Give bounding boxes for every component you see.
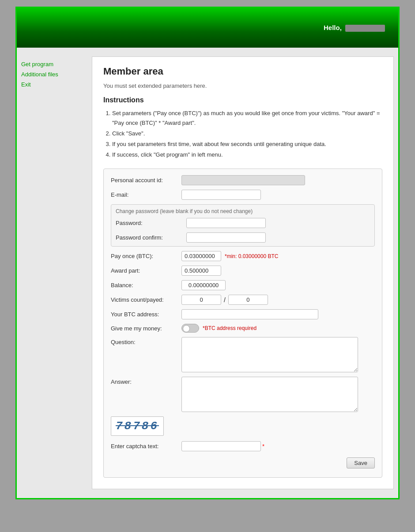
sidebar: Get program Additional files Exit xyxy=(21,56,92,489)
password-group: Change password (leave blank if you do n… xyxy=(111,204,375,247)
give-money-row: Give me my money: *BTC address required xyxy=(111,324,375,333)
btc-address-row: Your BTC address: xyxy=(111,309,375,319)
balance-row: Balance: 0.00000000 xyxy=(111,280,375,290)
password-group-legend: Change password (leave blank if you do n… xyxy=(116,208,370,214)
instructions-list: Set parameters ("Pay once (BTC)") as muc… xyxy=(112,109,382,160)
balance-label: Balance: xyxy=(111,282,181,288)
email-input[interactable] xyxy=(181,190,261,200)
save-button[interactable]: Save xyxy=(347,457,375,468)
password-input[interactable] xyxy=(186,218,266,228)
header-greeting: Hello, xyxy=(324,24,385,32)
victims-label: Victims count/payed: xyxy=(111,296,181,303)
btc-address-input[interactable] xyxy=(181,309,318,319)
captcha-label: Enter captcha text: xyxy=(111,443,181,450)
page-title: Member area xyxy=(103,66,382,77)
save-button-row: Save xyxy=(111,457,375,468)
sidebar-item-get-program[interactable]: Get program xyxy=(21,61,92,67)
balance-value: 0.00000000 xyxy=(181,280,226,290)
pay-once-row: Pay once (BTC): *min: 0.03000000 BTC xyxy=(111,251,375,261)
pay-once-min-note: *min: 0.03000000 BTC xyxy=(225,253,278,259)
password-confirm-label: Password confirm: xyxy=(116,234,186,241)
personal-account-row: Personal account id: xyxy=(111,175,375,185)
question-row: Question: xyxy=(111,337,375,372)
header: Hello, xyxy=(17,8,398,48)
answer-textarea[interactable] xyxy=(181,377,358,412)
intro-text: You must set extended parameters here. xyxy=(103,82,382,89)
password-confirm-row: Password confirm: xyxy=(116,232,370,243)
instructions-title: Instructions xyxy=(103,96,382,104)
personal-account-input[interactable] xyxy=(181,175,305,185)
captcha-image-box: 78786 xyxy=(111,416,164,436)
sidebar-item-exit[interactable]: Exit xyxy=(21,81,92,88)
main-content: Member area You must set extended parame… xyxy=(92,56,394,489)
victims-row: Victims count/payed: / xyxy=(111,295,375,305)
password-row: Password: xyxy=(116,218,370,228)
hello-label: Hello, xyxy=(324,24,342,31)
answer-row: Answer: xyxy=(111,377,375,412)
give-money-label: Give me my money: xyxy=(111,325,181,332)
captcha-display: 78786 xyxy=(116,420,159,433)
settings-form: Personal account id: E-mail: Change pass… xyxy=(103,169,382,478)
award-part-row: Award part: xyxy=(111,266,375,276)
victims-slash: / xyxy=(224,296,226,303)
instruction-item-1: Set parameters ("Pay once (BTC)") as muc… xyxy=(112,109,382,128)
pay-once-label: Pay once (BTC): xyxy=(111,253,181,259)
email-label: E-mail: xyxy=(111,191,181,198)
sidebar-item-additional-files[interactable]: Additional files xyxy=(21,71,92,78)
answer-label: Answer: xyxy=(111,377,181,385)
instruction-item-3: If you set parameters first time, wait a… xyxy=(112,139,382,149)
btc-address-label: Your BTC address: xyxy=(111,311,181,318)
captcha-required-star: * xyxy=(262,443,264,450)
btc-required-note: *BTC address required xyxy=(203,325,257,331)
give-money-toggle[interactable] xyxy=(181,324,199,333)
captcha-input[interactable] xyxy=(181,441,261,451)
instruction-item-2: Click "Save". xyxy=(112,129,382,139)
question-textarea[interactable] xyxy=(181,337,358,372)
email-row: E-mail: xyxy=(111,190,375,200)
victims-payed-input[interactable] xyxy=(228,295,268,305)
toggle-knob xyxy=(183,325,190,332)
captcha-row: Enter captcha text: * xyxy=(111,441,375,451)
victims-count-input[interactable] xyxy=(181,295,221,305)
award-part-label: Award part: xyxy=(111,267,181,274)
password-confirm-input[interactable] xyxy=(186,232,266,243)
instruction-item-4: If success, click "Get program" in left … xyxy=(112,150,382,160)
question-label: Question: xyxy=(111,337,181,345)
award-part-input[interactable] xyxy=(181,266,221,276)
password-label: Password: xyxy=(116,220,186,226)
header-username xyxy=(345,25,385,32)
pay-once-input[interactable] xyxy=(181,251,221,261)
personal-account-label: Personal account id: xyxy=(111,177,181,184)
